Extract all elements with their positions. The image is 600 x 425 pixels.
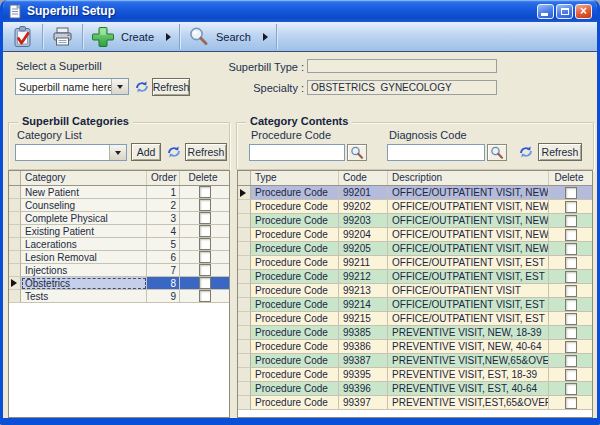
code-cell[interactable]: 99396 [339,382,388,396]
column-header-delete[interactable]: Delete [180,171,229,185]
row-selector[interactable] [238,256,251,270]
row-selector[interactable] [238,326,251,340]
row-selector[interactable] [238,354,251,368]
row-selector[interactable] [9,225,21,238]
delete-checkbox[interactable] [565,299,577,311]
order-cell[interactable]: 3 [147,212,180,225]
delete-checkbox[interactable] [565,355,577,367]
column-header-category[interactable]: Category [21,171,147,185]
delete-checkbox[interactable] [199,212,211,224]
category-cell[interactable]: Tests [21,290,147,303]
type-cell[interactable]: Procedure Code [251,298,339,312]
procedure-row[interactable]: Procedure Code 99205 OFFICE/OUTPATIENT V… [238,242,592,256]
type-cell[interactable]: Procedure Code [251,256,339,270]
row-selector[interactable] [238,270,251,284]
row-selector[interactable] [238,242,251,256]
description-cell[interactable]: OFFICE/OUTPATIENT VISIT, NEW [388,200,549,214]
code-cell[interactable]: 99387 [339,354,388,368]
order-cell[interactable]: 6 [147,251,180,264]
category-row[interactable]: Existing Patient 4 [9,225,229,238]
row-selector[interactable] [9,186,21,199]
delete-checkbox[interactable] [565,243,577,255]
type-cell[interactable]: Procedure Code [251,340,339,354]
description-cell[interactable]: OFFICE/OUTPATIENT VISIT, NEW [388,242,549,256]
code-cell[interactable]: 99205 [339,242,388,256]
delete-checkbox[interactable] [565,187,577,199]
procedure-row[interactable]: Procedure Code 99215 OFFICE/OUTPATIENT V… [238,312,592,326]
category-row[interactable]: Tests 9 [9,290,229,303]
type-cell[interactable]: Procedure Code [251,186,339,200]
description-cell[interactable]: OFFICE/OUTPATIENT VISIT, EST [388,298,549,312]
row-selector[interactable] [238,396,251,410]
order-cell[interactable]: 2 [147,199,180,212]
order-cell[interactable]: 8 [147,277,180,290]
type-cell[interactable]: Procedure Code [251,200,339,214]
category-cell[interactable]: Lacerations [21,238,147,251]
procedure-row[interactable]: Procedure Code 99201 OFFICE/OUTPATIENT V… [238,186,592,200]
type-cell[interactable]: Procedure Code [251,284,339,298]
contents-refresh-button[interactable]: Refresh [538,143,582,161]
category-row[interactable]: Complete Physical 3 [9,212,229,225]
type-cell[interactable]: Procedure Code [251,396,339,410]
row-selector[interactable] [238,382,251,396]
column-header-delete[interactable]: Delete [549,171,592,185]
row-selector[interactable] [9,277,21,290]
procedure-row[interactable]: Procedure Code 99395 PREVENTIVE VISIT, E… [238,368,592,382]
row-selector[interactable] [238,186,251,200]
order-cell[interactable]: 4 [147,225,180,238]
type-cell[interactable]: Procedure Code [251,214,339,228]
category-row[interactable]: Injections 7 [9,264,229,277]
type-cell[interactable]: Procedure Code [251,242,339,256]
delete-checkbox[interactable] [565,229,577,241]
dropdown-arrow-button[interactable] [109,145,126,160]
column-header-code[interactable]: Code [339,171,388,185]
delete-checkbox[interactable] [199,186,211,198]
print-button[interactable] [43,22,82,51]
description-cell[interactable]: PREVENTIVE VISIT, NEW, 40-64 [388,340,549,354]
code-cell[interactable]: 99385 [339,326,388,340]
category-cell[interactable]: Counseling [21,199,147,212]
row-selector[interactable] [9,212,21,225]
type-cell[interactable]: Procedure Code [251,368,339,382]
description-cell[interactable]: PREVENTIVE VISIT,NEW,65&OVER [388,354,549,368]
procedure-row[interactable]: Procedure Code 99203 OFFICE/OUTPATIENT V… [238,214,592,228]
delete-checkbox[interactable] [565,397,577,409]
save-button[interactable] [3,22,42,51]
delete-checkbox[interactable] [565,201,577,213]
procedure-row[interactable]: Procedure Code 99211 OFFICE/OUTPATIENT V… [238,256,592,270]
maximize-button[interactable] [556,4,573,19]
description-cell[interactable]: PREVENTIVE VISIT, EST, 18-39 [388,368,549,382]
dropdown-arrow-button[interactable] [111,79,128,94]
row-selector[interactable] [238,284,251,298]
category-cell[interactable]: Obstetrics [21,277,147,290]
delete-checkbox[interactable] [565,215,577,227]
category-cell[interactable]: Existing Patient [21,225,147,238]
row-selector[interactable] [238,200,251,214]
description-cell[interactable]: OFFICE/OUTPATIENT VISIT, EST [388,270,549,284]
description-cell[interactable]: OFFICE/OUTPATIENT VISIT, NEW [388,214,549,228]
order-cell[interactable]: 9 [147,290,180,303]
delete-checkbox[interactable] [199,277,211,289]
code-cell[interactable]: 99213 [339,284,388,298]
category-row[interactable]: Lesion Removal 6 [9,251,229,264]
procedure-row[interactable]: Procedure Code 99202 OFFICE/OUTPATIENT V… [238,200,592,214]
description-cell[interactable]: OFFICE/OUTPATIENT VISIT, EST [388,312,549,326]
delete-checkbox[interactable] [565,313,577,325]
type-cell[interactable]: Procedure Code [251,382,339,396]
row-selector[interactable] [9,251,21,264]
delete-checkbox[interactable] [199,199,211,211]
superbill-dropdown[interactable]: Superbill name here... [15,78,129,95]
type-cell[interactable]: Procedure Code [251,312,339,326]
code-cell[interactable]: 99214 [339,298,388,312]
create-button[interactable]: Create [83,22,179,51]
procedure-row[interactable]: Procedure Code 99212 OFFICE/OUTPATIENT V… [238,270,592,284]
row-selector[interactable] [238,368,251,382]
delete-checkbox[interactable] [565,383,577,395]
code-cell[interactable]: 99215 [339,312,388,326]
type-cell[interactable]: Procedure Code [251,354,339,368]
procedure-row[interactable]: Procedure Code 99213 OFFICE/OUTPATIENT V… [238,284,592,298]
type-cell[interactable]: Procedure Code [251,228,339,242]
code-cell[interactable]: 99211 [339,256,388,270]
column-header-description[interactable]: Description [388,171,549,185]
code-cell[interactable]: 99397 [339,396,388,410]
